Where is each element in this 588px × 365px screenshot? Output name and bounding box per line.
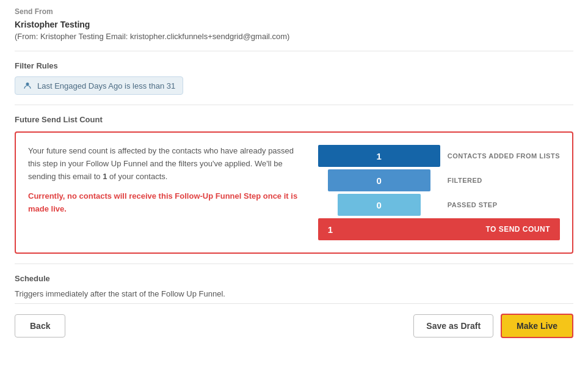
footer-buttons: Back Save as Draft Make Live: [15, 303, 573, 338]
chart-row-contacts: 1 CONTACTS ADDED FROM LISTS: [318, 145, 560, 167]
make-live-button[interactable]: Make Live: [501, 314, 573, 338]
future-send-title: Future Send List Count: [15, 115, 573, 124]
chart-row-send-count: 1 TO SEND COUNT: [318, 218, 560, 240]
bar-send-count-fill: 1 TO SEND COUNT: [318, 218, 560, 240]
svg-point-0: [26, 83, 29, 86]
filter-rules-section: Filter Rules Last Engaged Days Ago is le…: [15, 51, 573, 105]
funnel-desc-part2: of your contacts.: [107, 172, 167, 181]
chart-row-passed: 0 PASSED STEP: [318, 194, 560, 216]
bar-passed-label: PASSED STEP: [440, 201, 498, 208]
send-from-section: Send From Kristopher Testing (From: Kris…: [15, 0, 573, 51]
bar-passed: 0: [318, 194, 440, 216]
page-container: Send From Kristopher Testing (From: Kris…: [0, 0, 588, 353]
person-icon: [23, 81, 32, 90]
bar-send-count-container: 1 TO SEND COUNT: [318, 218, 560, 240]
bar-contacts-added-fill: 1: [318, 145, 440, 167]
bar-filtered-fill: 0: [328, 169, 430, 191]
chart-row-filtered: 0 FILTERED: [318, 169, 560, 191]
bar-passed-value: 0: [377, 200, 382, 210]
schedule-text: Triggers immediately after the start of …: [15, 289, 573, 298]
bar-filtered: 0: [318, 169, 440, 191]
funnel-warning-text: Currently, no contacts will receive this…: [28, 190, 303, 216]
sender-name: Kristopher Testing: [15, 20, 573, 29]
schedule-section: Schedule Triggers immediately after the …: [15, 264, 573, 303]
filter-badge-text: Last Engaged Days Ago is less than 31: [37, 81, 175, 90]
sender-email: (From: Kristopher Testing Email: kristop…: [15, 32, 573, 41]
funnel-chart: 1 CONTACTS ADDED FROM LISTS 0 FILTERED: [318, 145, 560, 240]
bar-filtered-label: FILTERED: [440, 177, 482, 184]
future-send-section: Future Send List Count Your future send …: [15, 105, 573, 264]
bar-contacts-value: 1: [377, 151, 382, 161]
back-button[interactable]: Back: [15, 314, 65, 337]
filter-rules-title: Filter Rules: [15, 61, 573, 70]
right-buttons: Save as Draft Make Live: [413, 314, 573, 338]
send-from-label: Send From: [15, 7, 573, 16]
bar-filtered-value: 0: [377, 175, 382, 186]
funnel-box: Your future send count is affected by th…: [15, 131, 573, 254]
bar-contacts-label: CONTACTS ADDED FROM LISTS: [440, 152, 560, 160]
bar-passed-fill: 0: [338, 194, 421, 216]
schedule-title: Schedule: [15, 274, 573, 283]
bar-send-count-label: TO SEND COUNT: [485, 225, 550, 234]
filter-badge: Last Engaged Days Ago is less than 31: [15, 76, 183, 95]
save-draft-button[interactable]: Save as Draft: [413, 314, 493, 337]
bar-contacts-added: 1: [318, 145, 440, 167]
bar-send-count-value: 1: [328, 224, 333, 235]
funnel-description: Your future send count is affected by th…: [28, 145, 303, 216]
